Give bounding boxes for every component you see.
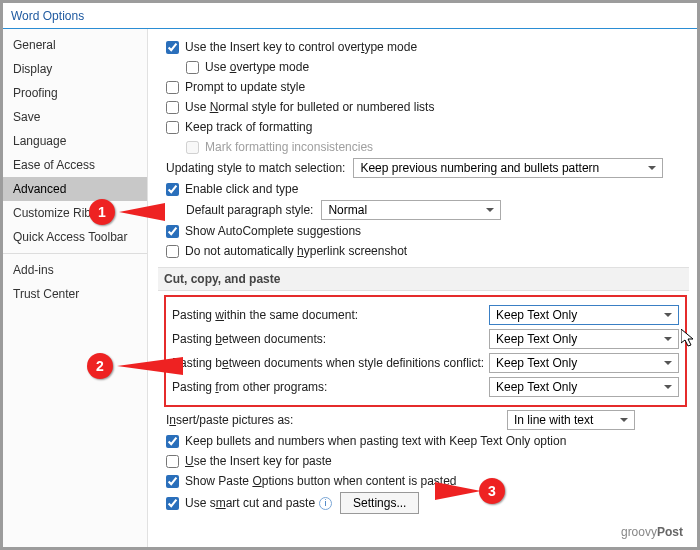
cursor-icon [681,329,695,349]
paste-options-block: Pasting within the same document:Keep Te… [164,295,687,407]
sidebar-item-quick-access[interactable]: Quick Access Toolbar [3,225,147,249]
chk-enable-click-type[interactable] [166,183,179,196]
lbl-enable-click-type: Enable click and type [185,182,298,196]
sidebar-item-save[interactable]: Save [3,105,147,129]
chk-keep-track-formatting[interactable] [166,121,179,134]
lbl-normal-style-lists: Use Normal style for bulleted or numbere… [185,100,434,114]
sidebar: General Display Proofing Save Language E… [3,29,148,547]
select-default-paragraph[interactable]: Normal [321,200,501,220]
select-insert-pictures[interactable]: In line with text [507,410,635,430]
chk-keep-bullets[interactable] [166,435,179,448]
lbl-no-hyperlink-screenshot: Do not automatically hyperlink screensho… [185,244,407,258]
lbl-paste-within: Pasting within the same document: [172,308,489,322]
lbl-paste-between: Pasting between documents: [172,332,489,346]
chk-autocomplete[interactable] [166,225,179,238]
chk-insert-key-paste[interactable] [166,455,179,468]
sidebar-item-language[interactable]: Language [3,129,147,153]
chk-no-hyperlink-screenshot[interactable] [166,245,179,258]
select-paste-conflict[interactable]: Keep Text Only [489,353,679,373]
chk-use-overtype[interactable] [186,61,199,74]
lbl-insert-key-overtype: Use the Insert key to control overtype m… [185,40,417,54]
chk-prompt-update-style[interactable] [166,81,179,94]
lbl-show-paste-options: Show Paste Options button when content i… [185,474,457,488]
sidebar-item-display[interactable]: Display [3,57,147,81]
lbl-smart-cut-paste: Use smart cut and paste [185,496,315,510]
watermark: groovyPost [621,520,683,541]
lbl-prompt-update-style: Prompt to update style [185,80,305,94]
section-cut-copy-paste: Cut, copy, and paste [158,267,689,291]
lbl-paste-conflict: Pasting between documents when style def… [172,356,489,370]
sidebar-item-proofing[interactable]: Proofing [3,81,147,105]
info-icon[interactable]: i [319,497,332,510]
lbl-insert-pictures: Insert/paste pictures as: [166,413,293,427]
sidebar-item-trust-center[interactable]: Trust Center [3,282,147,306]
lbl-mark-inconsistencies: Mark formatting inconsistencies [205,140,373,154]
settings-button[interactable]: Settings... [340,492,419,514]
select-paste-other[interactable]: Keep Text Only [489,377,679,397]
sidebar-item-advanced[interactable]: Advanced [3,177,147,201]
select-paste-between[interactable]: Keep Text Only [489,329,679,349]
sidebar-item-customize-ribbon[interactable]: Customize Ribbon [3,201,147,225]
lbl-paste-other: Pasting from other programs: [172,380,489,394]
lbl-keep-bullets: Keep bullets and numbers when pasting te… [185,434,566,448]
lbl-autocomplete: Show AutoComplete suggestions [185,224,361,238]
titlebar: Word Options [3,3,697,29]
lbl-insert-key-paste: Use the Insert key for paste [185,454,332,468]
select-updating-style[interactable]: Keep previous numbering and bullets patt… [353,158,663,178]
chk-smart-cut-paste[interactable] [166,497,179,510]
sidebar-item-general[interactable]: General [3,33,147,57]
svg-marker-3 [681,329,693,346]
chk-normal-style-lists[interactable] [166,101,179,114]
sidebar-item-add-ins[interactable]: Add-ins [3,258,147,282]
lbl-default-paragraph: Default paragraph style: [186,203,313,217]
lbl-updating-style: Updating style to match selection: [166,161,345,175]
sidebar-item-ease-of-access[interactable]: Ease of Access [3,153,147,177]
select-paste-within[interactable]: Keep Text Only [489,305,679,325]
chk-show-paste-options[interactable] [166,475,179,488]
chk-mark-inconsistencies [186,141,199,154]
main-panel: Use the Insert key to control overtype m… [148,29,697,547]
lbl-keep-track-formatting: Keep track of formatting [185,120,312,134]
lbl-use-overtype: Use overtype mode [205,60,309,74]
chk-insert-key-overtype[interactable] [166,41,179,54]
